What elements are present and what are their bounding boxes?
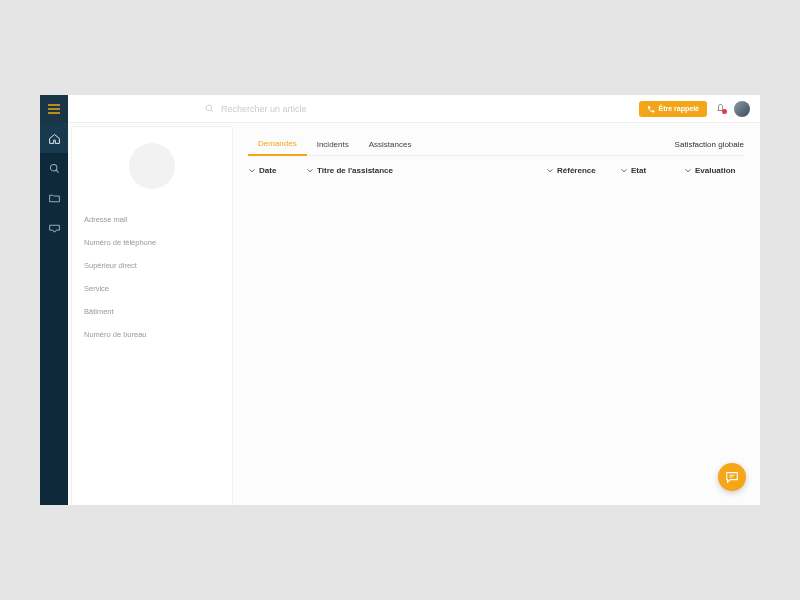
profile-field-service: Service [84,284,220,293]
column-evaluation-label: Evaluation [695,166,735,175]
column-title-label: Titre de l'assistance [317,166,393,175]
callback-button[interactable]: Être rappelé [639,101,707,117]
column-date-label: Date [259,166,276,175]
folder-icon [48,192,61,205]
search-wrap [200,103,639,114]
nav-folder[interactable] [40,183,68,213]
column-reference-label: Référence [557,166,596,175]
svg-point-1 [206,105,212,111]
column-date[interactable]: Date [248,166,302,175]
hamburger-icon [48,104,60,114]
search-icon [204,103,215,114]
profile-field-email: Adresse mail [84,215,220,224]
nav-search[interactable] [40,153,68,183]
column-reference[interactable]: Référence [546,166,616,175]
notifications-button[interactable] [715,103,726,114]
home-icon [48,132,61,145]
main: Être rappelé Adresse mail Numéro de télé… [68,95,760,505]
column-evaluation[interactable]: Evaluation [684,166,744,175]
topbar: Être rappelé [68,95,760,123]
profile-field-manager: Supérieur direct [84,261,220,270]
chat-fab[interactable] [718,463,746,491]
column-state[interactable]: Etat [620,166,680,175]
tabs-row: Demandes Incidents Assistances Satisfact… [248,133,744,156]
columns-row: Date Titre de l'assistance Référence Eta… [248,166,744,175]
tab-assistances[interactable]: Assistances [359,134,422,155]
profile-field-phone: Numéro de téléphone [84,238,220,247]
search-input[interactable] [221,104,421,114]
chevron-down-icon [684,167,692,175]
chat-icon [725,470,739,484]
hamburger-button[interactable] [40,95,68,123]
inbox-icon [48,222,61,235]
tab-demandes[interactable]: Demandes [248,133,307,156]
chevron-down-icon [620,167,628,175]
user-avatar[interactable] [734,101,750,117]
notification-dot [722,109,727,114]
nav-inbox[interactable] [40,213,68,243]
phone-icon [647,105,655,113]
chevron-down-icon [306,167,314,175]
search-icon [48,162,61,175]
callback-label: Être rappelé [659,105,699,112]
svg-point-0 [50,164,57,171]
topbar-right: Être rappelé [639,101,760,117]
nav-rail [40,95,68,505]
data-area: Demandes Incidents Assistances Satisfact… [232,123,760,505]
nav-home[interactable] [40,123,68,153]
profile-panel: Adresse mail Numéro de téléphone Supérie… [72,127,232,505]
chevron-down-icon [546,167,554,175]
satisfaction-label: Satisfaction globale [675,140,744,149]
profile-field-office: Numéro de bureau [84,330,220,339]
chevron-down-icon [248,167,256,175]
app-window: Être rappelé Adresse mail Numéro de télé… [40,95,760,505]
column-title[interactable]: Titre de l'assistance [306,166,542,175]
profile-avatar-placeholder [129,143,175,189]
content-row: Adresse mail Numéro de téléphone Supérie… [68,123,760,505]
column-state-label: Etat [631,166,646,175]
tab-incidents[interactable]: Incidents [307,134,359,155]
profile-field-building: Bâtiment [84,307,220,316]
